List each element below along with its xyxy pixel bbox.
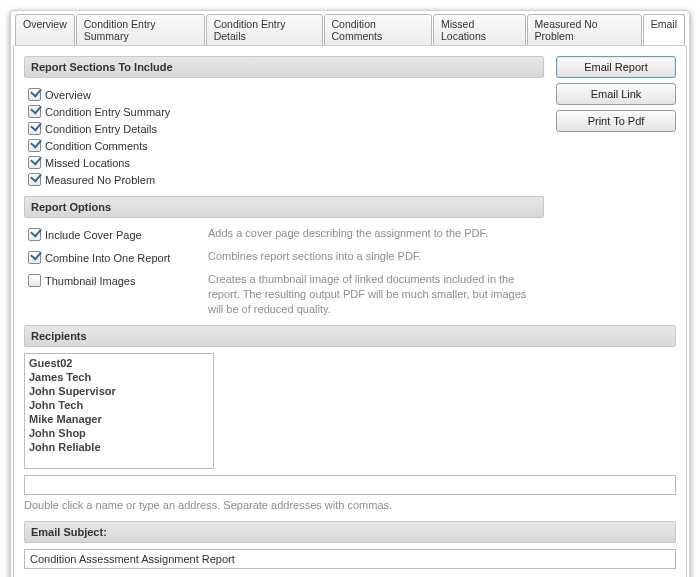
checkbox-label: Condition Entry Summary [45,106,170,118]
subject-header: Email Subject: [24,521,676,543]
recipients-listbox[interactable]: Guest02James TechJohn SupervisorJohn Tec… [24,353,214,469]
sections-list: OverviewCondition Entry SummaryCondition… [24,84,544,196]
recipient-item[interactable]: James Tech [29,370,209,384]
checkbox[interactable] [28,274,41,287]
checkbox-label: Condition Comments [45,140,148,152]
email-panel: OverviewCondition Entry SummaryCondition… [10,10,690,577]
section-row: Overview [28,86,540,103]
option-row: Combine Into One Report [28,249,198,266]
subject-input[interactable] [24,549,676,569]
checkbox[interactable] [28,251,41,264]
checkbox-label: Measured No Problem [45,174,155,186]
print-to-pdf-button[interactable]: Print To Pdf [556,110,676,132]
option-row: Thumbnail Images [28,272,198,289]
checkbox[interactable] [28,228,41,241]
checkbox-label: Include Cover Page [45,229,142,241]
section-row: Missed Locations [28,154,540,171]
section-row: Condition Entry Summary [28,103,540,120]
tab-body-email: Report Sections To Include OverviewCondi… [13,45,687,577]
checkbox-label: Thumbnail Images [45,275,136,287]
recipient-item[interactable]: John Reliable [29,440,209,454]
section-row: Measured No Problem [28,171,540,188]
tab-strip: OverviewCondition Entry SummaryCondition… [13,13,687,45]
options-list: Include Cover PageAdds a cover page desc… [24,224,544,325]
email-link-button[interactable]: Email Link [556,83,676,105]
address-input[interactable] [24,475,676,495]
checkbox[interactable] [28,122,41,135]
recipient-item[interactable]: John Supervisor [29,384,209,398]
option-description: Creates a thumbnail image of linked docu… [208,272,540,317]
options-header: Report Options [24,196,544,218]
tab-condition-comments[interactable]: Condition Comments [324,14,433,46]
option-description: Adds a cover page describing the assignm… [208,226,540,241]
email-report-button[interactable]: Email Report [556,56,676,78]
checkbox[interactable] [28,156,41,169]
recipient-item[interactable]: John Shop [29,426,209,440]
checkbox[interactable] [28,88,41,101]
checkbox[interactable] [28,173,41,186]
recipients-hint: Double click a name or type an address. … [24,499,676,511]
option-description: Combines report sections into a single P… [208,249,540,264]
tab-email[interactable]: Email [643,14,685,46]
checkbox-label: Condition Entry Details [45,123,157,135]
section-row: Condition Comments [28,137,540,154]
checkbox[interactable] [28,105,41,118]
tab-overview[interactable]: Overview [15,14,75,46]
action-buttons: Email Report Email Link Print To Pdf [556,56,676,325]
checkbox-label: Combine Into One Report [45,252,170,264]
recipient-item[interactable]: John Tech [29,398,209,412]
tab-condition-entry-details[interactable]: Condition Entry Details [206,14,323,46]
recipient-item[interactable]: Guest02 [29,356,209,370]
sections-header: Report Sections To Include [24,56,544,78]
checkbox-label: Overview [45,89,91,101]
tab-missed-locations[interactable]: Missed Locations [433,14,526,46]
recipients-header: Recipients [24,325,676,347]
checkbox-label: Missed Locations [45,157,130,169]
recipient-item[interactable]: Mike Manager [29,412,209,426]
section-row: Condition Entry Details [28,120,540,137]
option-row: Include Cover Page [28,226,198,243]
tab-measured-no-problem[interactable]: Measured No Problem [527,14,642,46]
tab-condition-entry-summary[interactable]: Condition Entry Summary [76,14,205,46]
checkbox[interactable] [28,139,41,152]
